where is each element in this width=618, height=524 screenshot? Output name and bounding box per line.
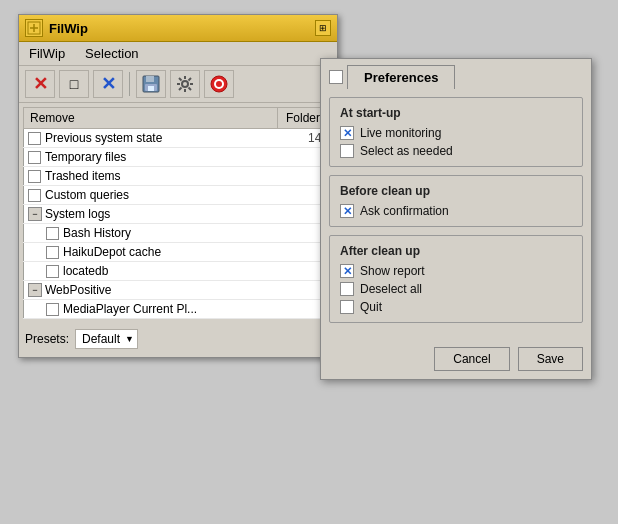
row-label: locatedb bbox=[63, 264, 108, 278]
row-cell: − WebPositive bbox=[24, 281, 278, 300]
save-button[interactable]: Save bbox=[518, 347, 583, 371]
quit-option[interactable]: Quit bbox=[340, 300, 572, 314]
settings-button[interactable] bbox=[170, 70, 200, 98]
table-row: − WebPositive bbox=[24, 281, 333, 300]
toolbar: ✕ □ ✕ bbox=[19, 66, 337, 103]
table-row: − System logs bbox=[24, 205, 333, 224]
presets-select-wrapper: Default ▼ bbox=[75, 329, 138, 349]
row-checkbox[interactable] bbox=[28, 170, 41, 183]
toolbar-separator-1 bbox=[129, 72, 130, 96]
deselect-all-option[interactable]: Deselect all bbox=[340, 282, 572, 296]
remove-table: Remove Folders Previous system state 146 bbox=[23, 107, 333, 319]
save-button[interactable] bbox=[136, 70, 166, 98]
svg-line-13 bbox=[189, 88, 192, 91]
table-row: Trashed items 0 bbox=[24, 167, 333, 186]
after-cleanup-section: After clean up ✕ Show report Deselect al… bbox=[329, 235, 583, 323]
deselect-all-checkbox[interactable] bbox=[340, 282, 354, 296]
clear-blue-button[interactable]: ✕ bbox=[93, 70, 123, 98]
live-monitoring-option[interactable]: ✕ Live monitoring bbox=[340, 126, 572, 140]
title-bar-tab-btn[interactable]: ⊞ bbox=[315, 20, 331, 36]
row-label: Trashed items bbox=[45, 169, 121, 183]
live-monitoring-label: Live monitoring bbox=[360, 126, 441, 140]
row-label: MediaPlayer Current Pl... bbox=[63, 302, 197, 316]
presets-bar: Presets: Default ▼ bbox=[19, 323, 337, 357]
row-label: Temporary files bbox=[45, 150, 126, 164]
svg-point-7 bbox=[182, 81, 188, 87]
row-cell: HaikuDepot cache bbox=[24, 243, 278, 262]
cancel-button[interactable]: Cancel bbox=[434, 347, 509, 371]
preferences-tab[interactable]: Preferences bbox=[347, 65, 455, 89]
quit-checkbox[interactable] bbox=[340, 300, 354, 314]
menu-bar: FilWip Selection bbox=[19, 42, 337, 66]
ask-confirmation-checkbox[interactable]: ✕ bbox=[340, 204, 354, 218]
svg-line-12 bbox=[179, 78, 182, 81]
row-cell: Bash History bbox=[24, 224, 278, 243]
table-row: MediaPlayer Current Pl... 0 bbox=[24, 300, 333, 319]
live-monitoring-checkbox[interactable]: ✕ bbox=[340, 126, 354, 140]
stop-red-icon bbox=[209, 74, 229, 94]
menu-filwip[interactable]: FilWip bbox=[25, 44, 69, 63]
expand-button[interactable]: − bbox=[28, 207, 42, 221]
select-as-needed-label: Select as needed bbox=[360, 144, 453, 158]
gear-icon bbox=[175, 74, 195, 94]
pref-tab-checkbox[interactable] bbox=[329, 70, 343, 84]
table-row: locatedb 0 bbox=[24, 262, 333, 281]
row-cell: Custom queries bbox=[24, 186, 278, 205]
svg-line-15 bbox=[179, 88, 182, 91]
svg-line-14 bbox=[189, 78, 192, 81]
presets-select[interactable]: Default bbox=[75, 329, 138, 349]
row-label: System logs bbox=[45, 207, 110, 221]
pref-footer: Cancel Save bbox=[321, 339, 591, 379]
table-row: HaikuDepot cache 2 bbox=[24, 243, 333, 262]
row-label: Bash History bbox=[63, 226, 131, 240]
quit-label: Quit bbox=[360, 300, 382, 314]
checkmark-icon: ✕ bbox=[343, 127, 352, 140]
pref-content: At start-up ✕ Live monitoring Select as … bbox=[321, 89, 591, 339]
row-checkbox[interactable] bbox=[46, 227, 59, 240]
content-area: Remove Folders Previous system state 146 bbox=[19, 103, 337, 323]
stop-red-button[interactable] bbox=[204, 70, 234, 98]
save-icon bbox=[141, 74, 161, 94]
row-checkbox[interactable] bbox=[46, 246, 59, 259]
svg-point-18 bbox=[216, 81, 222, 87]
preferences-window: Preferences At start-up ✕ Live monitorin… bbox=[320, 58, 592, 380]
startup-section: At start-up ✕ Live monitoring Select as … bbox=[329, 97, 583, 167]
show-report-checkbox[interactable]: ✕ bbox=[340, 264, 354, 278]
ask-confirmation-option[interactable]: ✕ Ask confirmation bbox=[340, 204, 572, 218]
before-cleanup-section: Before clean up ✕ Ask confirmation bbox=[329, 175, 583, 227]
table-row: Previous system state 146 bbox=[24, 129, 333, 148]
menu-selection[interactable]: Selection bbox=[81, 44, 142, 63]
deselect-all-label: Deselect all bbox=[360, 282, 422, 296]
presets-label: Presets: bbox=[25, 332, 69, 346]
show-report-option[interactable]: ✕ Show report bbox=[340, 264, 572, 278]
row-label: HaikuDepot cache bbox=[63, 245, 161, 259]
row-cell: Previous system state bbox=[24, 129, 278, 148]
pref-tab-bar: Preferences bbox=[321, 59, 591, 89]
row-cell: Temporary files bbox=[24, 148, 278, 167]
col-remove: Remove bbox=[24, 108, 278, 129]
main-window: FilWip ⊞ FilWip Selection ✕ □ ✕ bbox=[18, 14, 338, 358]
clear-x-button[interactable]: ✕ bbox=[25, 70, 55, 98]
stop-button[interactable]: □ bbox=[59, 70, 89, 98]
row-checkbox[interactable] bbox=[46, 265, 59, 278]
table-row: Temporary files 0 bbox=[24, 148, 333, 167]
row-cell: − System logs bbox=[24, 205, 278, 224]
row-checkbox[interactable] bbox=[28, 189, 41, 202]
table-row: Bash History 0 bbox=[24, 224, 333, 243]
row-checkbox[interactable] bbox=[28, 151, 41, 164]
row-label: Custom queries bbox=[45, 188, 129, 202]
after-cleanup-section-title: After clean up bbox=[340, 244, 572, 258]
window-title: FilWip bbox=[49, 21, 309, 36]
svg-rect-4 bbox=[146, 76, 154, 82]
checkmark-icon: ✕ bbox=[343, 205, 352, 218]
table-row: Custom queries 0 bbox=[24, 186, 333, 205]
select-as-needed-checkbox[interactable] bbox=[340, 144, 354, 158]
row-label: WebPositive bbox=[45, 283, 111, 297]
row-label: Previous system state bbox=[45, 131, 162, 145]
select-as-needed-option[interactable]: Select as needed bbox=[340, 144, 572, 158]
row-checkbox[interactable] bbox=[46, 303, 59, 316]
app-icon bbox=[25, 19, 43, 37]
expand-button[interactable]: − bbox=[28, 283, 42, 297]
ask-confirmation-label: Ask confirmation bbox=[360, 204, 449, 218]
row-checkbox[interactable] bbox=[28, 132, 41, 145]
